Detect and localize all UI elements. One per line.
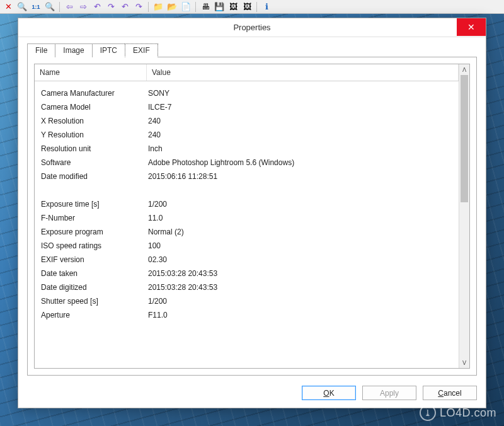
property-name: Date taken: [35, 267, 147, 280]
print-icon[interactable]: 🖶: [200, 1, 211, 13]
property-value: 1/200: [147, 294, 459, 308]
save-icon[interactable]: 💾: [214, 1, 225, 13]
table-row[interactable]: X Resolution240: [35, 114, 459, 128]
tabstrip: File Image IPTC EXIF: [27, 43, 477, 57]
dialog-title: Properties: [233, 23, 270, 32]
arrow-left-icon[interactable]: ⇦: [64, 1, 75, 13]
zoom-icon[interactable]: 🔍: [16, 1, 28, 13]
image-icon[interactable]: 🖼: [227, 1, 239, 13]
close-icon[interactable]: ✕: [3, 1, 14, 13]
table-row[interactable]: Date digitized2015:03:28 20:43:53: [35, 280, 459, 294]
property-value: Normal (2): [147, 225, 459, 239]
property-value: Inch: [147, 142, 459, 156]
property-name: Date digitized: [35, 280, 147, 294]
tab-content: Name Value Camera ManufacturerSONYCamera…: [27, 57, 477, 376]
arrow-right-icon[interactable]: ⇨: [77, 1, 89, 13]
property-value: 02.30: [147, 253, 459, 267]
property-value: 2015:06:16 11:28:51: [147, 170, 459, 183]
rotate-icon-3[interactable]: ↶: [119, 1, 130, 13]
list-body: Camera ManufacturerSONYCamera ModelILCE-…: [35, 81, 459, 368]
table-row[interactable]: Camera ModelILCE-7: [35, 100, 459, 114]
separator: [148, 2, 149, 12]
watermark-text: LO4D.com: [440, 406, 496, 420]
table-row[interactable]: [35, 183, 459, 197]
property-value: SONY: [147, 86, 459, 100]
scroll-track[interactable]: [459, 75, 469, 357]
tab-exif[interactable]: EXIF: [125, 43, 158, 57]
folder-open-icon[interactable]: 📂: [166, 1, 178, 13]
table-row[interactable]: Date taken2015:03:28 20:43:53: [35, 267, 459, 280]
info-icon[interactable]: ℹ: [261, 1, 272, 13]
dialog-body: File Image IPTC EXIF Name Value Camera M…: [18, 37, 486, 379]
property-name: Exposure program: [35, 225, 147, 239]
property-name: Camera Model: [35, 100, 147, 114]
table-row[interactable]: Exposure programNormal (2): [35, 225, 459, 239]
tab-image[interactable]: Image: [55, 43, 92, 57]
scroll-up-icon[interactable]: ᐱ: [459, 64, 469, 75]
tab-iptc[interactable]: IPTC: [92, 43, 125, 57]
property-value: 240: [147, 128, 459, 142]
main-toolbar: ✕ 🔍 1:1 🔍 ⇦ ⇨ ↶ ↷ ↶ ↷ 📁 📂 📄 🖶 💾 🖼 🖼 ℹ: [0, 0, 504, 14]
table-row[interactable]: ISO speed ratings100: [35, 239, 459, 253]
property-name: Aperture: [35, 308, 147, 322]
rotate-right-icon[interactable]: ↷: [105, 1, 117, 13]
table-row[interactable]: Date modified2015:06:16 11:28:51: [35, 170, 459, 183]
separator: [59, 2, 60, 12]
column-name[interactable]: Name: [35, 64, 147, 81]
property-value: 2015:03:28 20:43:53: [147, 280, 459, 294]
property-name: ISO speed ratings: [35, 239, 147, 253]
table-row[interactable]: Resolution unitInch: [35, 142, 459, 156]
property-list: Name Value Camera ManufacturerSONYCamera…: [34, 64, 470, 369]
property-name: Date modified: [35, 170, 147, 183]
property-value: ILCE-7: [147, 100, 459, 114]
property-value: 1/200: [147, 197, 459, 211]
property-name: F-Number: [35, 211, 147, 225]
table-row[interactable]: Exposure time [s]1/200: [35, 197, 459, 211]
property-value: 11.0: [147, 211, 459, 225]
scrollbar[interactable]: ᐱ ᐯ: [459, 64, 469, 368]
scroll-down-icon[interactable]: ᐯ: [459, 357, 469, 368]
titlebar: Properties ✕: [18, 18, 486, 37]
dialog-buttons: OK Apply Cancel: [18, 379, 486, 408]
property-name: Camera Manufacturer: [35, 86, 147, 100]
table-row[interactable]: Camera ManufacturerSONY: [35, 86, 459, 100]
property-value: 2015:03:28 20:43:53: [147, 267, 459, 280]
table-row[interactable]: ApertureF11.0: [35, 308, 459, 322]
property-name: Shutter speed [s]: [35, 294, 147, 308]
property-name: EXIF version: [35, 253, 147, 267]
folder-icon[interactable]: 📁: [152, 1, 164, 13]
separator: [195, 2, 196, 12]
column-value[interactable]: Value: [147, 64, 459, 81]
table-row[interactable]: Shutter speed [s]1/200: [35, 294, 459, 308]
watermark-icon: ⤓: [420, 405, 436, 421]
watermark: ⤓ LO4D.com: [420, 405, 496, 421]
document-icon[interactable]: 📄: [180, 1, 192, 13]
cancel-button[interactable]: Cancel: [423, 386, 477, 400]
table-row[interactable]: Y Resolution240: [35, 128, 459, 142]
ratio-icon[interactable]: 1:1: [30, 1, 42, 13]
table-row[interactable]: F-Number11.0: [35, 211, 459, 225]
list-header: Name Value: [35, 64, 459, 81]
close-button[interactable]: ✕: [457, 18, 486, 36]
property-value: F11.0: [147, 308, 459, 322]
property-name: Software: [35, 156, 147, 170]
table-row[interactable]: EXIF version02.30: [35, 253, 459, 267]
apply-button: Apply: [362, 386, 416, 400]
scroll-thumb[interactable]: [461, 75, 468, 202]
property-name: Resolution unit: [35, 142, 147, 156]
ok-button[interactable]: OK: [302, 386, 356, 400]
properties-dialog: Properties ✕ File Image IPTC EXIF Name V…: [18, 18, 486, 408]
close-icon: ✕: [467, 22, 475, 32]
property-value: Adobe Photoshop Lightroom 5.6 (Windows): [147, 156, 459, 170]
property-name: Y Resolution: [35, 128, 147, 142]
property-name: Exposure time [s]: [35, 197, 147, 211]
rotate-icon-4[interactable]: ↷: [133, 1, 144, 13]
tab-file[interactable]: File: [27, 43, 55, 57]
image-icon-2[interactable]: 🖼: [241, 1, 253, 13]
separator: [256, 2, 257, 12]
property-name: X Resolution: [35, 114, 147, 128]
zoom-icon-2[interactable]: 🔍: [44, 1, 55, 13]
table-row[interactable]: SoftwareAdobe Photoshop Lightroom 5.6 (W…: [35, 156, 459, 170]
rotate-left-icon[interactable]: ↶: [91, 1, 103, 13]
property-value: 100: [147, 239, 459, 253]
